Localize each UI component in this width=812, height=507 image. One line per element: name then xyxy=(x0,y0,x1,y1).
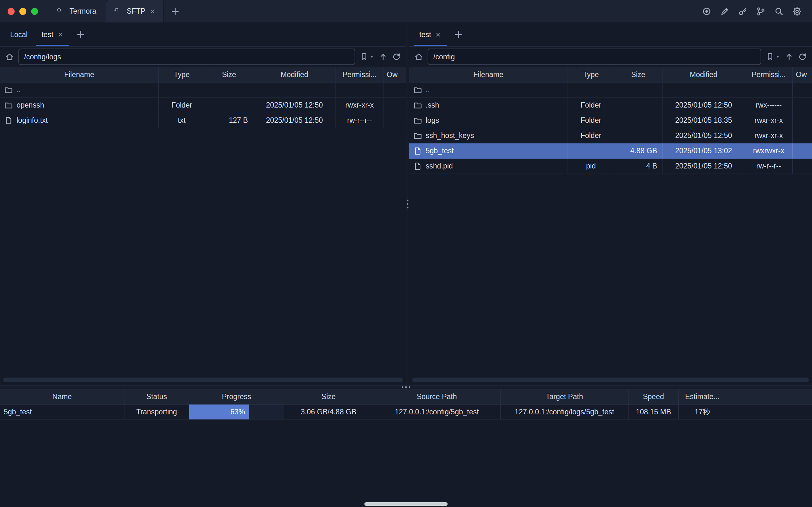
column-header-filename[interactable]: Filename xyxy=(409,67,568,82)
file-name: .ssh xyxy=(426,101,439,109)
app-home-tab[interactable]: Termora xyxy=(47,0,106,22)
column-header-estimate[interactable]: Estimate... xyxy=(679,389,726,404)
splitter-handle-icon xyxy=(402,386,411,388)
file-modified: 2025/01/05 12:50 xyxy=(662,128,745,143)
file-owner xyxy=(383,82,406,97)
up-arrow-icon[interactable] xyxy=(379,50,388,63)
file-permissions: rwxr-xr-x xyxy=(745,128,793,143)
file-type: Folder xyxy=(568,128,614,143)
transfer-size: 3.06 GB/4.88 GB xyxy=(284,404,373,419)
column-header-name[interactable]: Name xyxy=(0,389,124,404)
file-modified xyxy=(253,82,336,97)
table-row-logs-dir[interactable]: logs Folder 2025/01/05 18:35 rwxr-xr-x xyxy=(409,113,812,128)
zoom-window-button[interactable] xyxy=(31,8,38,15)
folder-icon xyxy=(4,86,13,94)
file-name: sshd.pid xyxy=(426,162,453,170)
left-file-pane: Local test Filename Type Siz xyxy=(0,23,406,385)
file-icon xyxy=(414,147,422,155)
table-row-openssh[interactable]: openssh Folder 2025/01/05 12:50 rwxr-xr-… xyxy=(0,98,406,113)
git-branch-icon[interactable] xyxy=(756,7,766,16)
close-icon[interactable] xyxy=(57,32,63,38)
column-header-modified[interactable]: Modified xyxy=(662,67,745,82)
transfer-name: 5gb_test xyxy=(0,404,124,419)
column-header-modified[interactable]: Modified xyxy=(253,67,336,82)
transfer-estimate: 17秒 xyxy=(679,404,726,419)
refresh-icon[interactable] xyxy=(798,50,807,63)
file-size: 4.88 GB xyxy=(614,144,662,158)
search-icon[interactable] xyxy=(774,7,784,16)
left-pane-tabs: Local test xyxy=(0,23,406,47)
tab-sftp-label: SFTP xyxy=(127,7,145,15)
table-row-loginfo[interactable]: loginfo.txt txt 127 B 2025/01/05 12:50 r… xyxy=(0,113,406,128)
tab-test[interactable]: test xyxy=(35,23,70,46)
home-icon[interactable] xyxy=(414,50,423,63)
tab-sftp[interactable]: SFTP xyxy=(106,0,164,22)
column-header-type[interactable]: Type xyxy=(568,67,614,82)
tab-local[interactable]: Local xyxy=(3,23,35,46)
traffic-lights xyxy=(0,0,47,22)
close-icon[interactable] xyxy=(435,32,441,38)
column-header-progress[interactable]: Progress xyxy=(189,389,284,404)
table-row-ssh-host-keys[interactable]: ssh_host_keys Folder 2025/01/05 12:50 rw… xyxy=(409,128,812,144)
column-header-status[interactable]: Status xyxy=(124,389,189,404)
progress-label: 63% xyxy=(230,408,245,416)
refresh-icon[interactable] xyxy=(392,50,401,63)
column-header-filename[interactable]: Filename xyxy=(0,67,159,82)
left-path-input[interactable] xyxy=(18,49,355,65)
column-header-speed[interactable]: Speed xyxy=(629,389,679,404)
file-name: .. xyxy=(16,86,21,94)
file-owner xyxy=(793,98,812,113)
column-header-size[interactable]: Size xyxy=(205,67,253,82)
tab-test[interactable]: test xyxy=(412,23,448,46)
column-header-source-path[interactable]: Source Path xyxy=(373,389,501,404)
right-path-input[interactable] xyxy=(428,49,761,65)
new-tab-button[interactable] xyxy=(164,0,187,22)
bookmark-icon[interactable] xyxy=(766,50,774,63)
file-icon xyxy=(414,162,422,170)
file-size xyxy=(614,82,662,97)
column-header-owner[interactable]: Ow xyxy=(383,67,406,82)
column-header-target-path[interactable]: Target Path xyxy=(501,389,629,404)
column-header-permissions[interactable]: Permissi... xyxy=(745,67,793,82)
home-icon[interactable] xyxy=(5,50,14,63)
left-horizontal-scrollbar[interactable] xyxy=(3,378,403,382)
tab-test-label: test xyxy=(42,31,53,39)
transfers-splitter[interactable] xyxy=(0,385,812,389)
edit-icon[interactable] xyxy=(720,7,729,16)
table-row-sshd-pid[interactable]: sshd.pid pid 4 B 2025/01/05 12:50 rw-r--… xyxy=(409,159,812,174)
table-row-5gb-test-selected[interactable]: 5gb_test 4.88 GB 2025/01/05 13:02 rwxrwx… xyxy=(409,144,812,159)
transfer-row-5gb-test[interactable]: 5gb_test Transporting 63% 3.06 GB/4.88 G… xyxy=(0,404,812,420)
file-name: 5gb_test xyxy=(426,147,453,155)
sftp-split-view: Local test Filename Type Siz xyxy=(0,23,812,385)
close-icon[interactable] xyxy=(150,8,156,15)
right-horizontal-scrollbar[interactable] xyxy=(412,378,809,382)
new-pane-tab-button[interactable] xyxy=(448,23,469,46)
table-row-ssh-dir[interactable]: .ssh Folder 2025/01/05 12:50 rwx------ xyxy=(409,98,812,113)
column-header-permissions[interactable]: Permissi... xyxy=(336,67,383,82)
column-header-type[interactable]: Type xyxy=(159,67,205,82)
file-owner xyxy=(793,113,812,128)
pane-splitter[interactable] xyxy=(406,23,409,385)
record-icon[interactable] xyxy=(702,7,711,16)
left-table-header: Filename Type Size Modified Permissi... … xyxy=(0,67,406,82)
column-header-owner[interactable]: Ow xyxy=(793,67,812,82)
new-pane-tab-button[interactable] xyxy=(70,23,91,46)
caret-down-icon[interactable] xyxy=(775,50,780,63)
key-icon[interactable] xyxy=(738,7,748,16)
file-name: logs xyxy=(426,116,439,125)
column-header-size[interactable]: Size xyxy=(284,389,373,404)
column-header-filler xyxy=(726,389,812,404)
folder-icon xyxy=(4,101,13,109)
table-row-parent-dir[interactable]: .. xyxy=(0,82,406,98)
up-arrow-icon[interactable] xyxy=(785,50,794,63)
close-window-button[interactable] xyxy=(8,8,15,15)
settings-icon[interactable] xyxy=(792,7,802,16)
minimize-window-button[interactable] xyxy=(19,8,26,15)
caret-down-icon[interactable] xyxy=(369,50,374,63)
file-size xyxy=(614,113,662,128)
file-owner xyxy=(793,159,812,174)
bookmark-icon[interactable] xyxy=(360,50,369,63)
column-header-size[interactable]: Size xyxy=(614,67,662,82)
table-row-parent-dir[interactable]: .. xyxy=(409,82,812,98)
file-type: txt xyxy=(159,113,205,128)
